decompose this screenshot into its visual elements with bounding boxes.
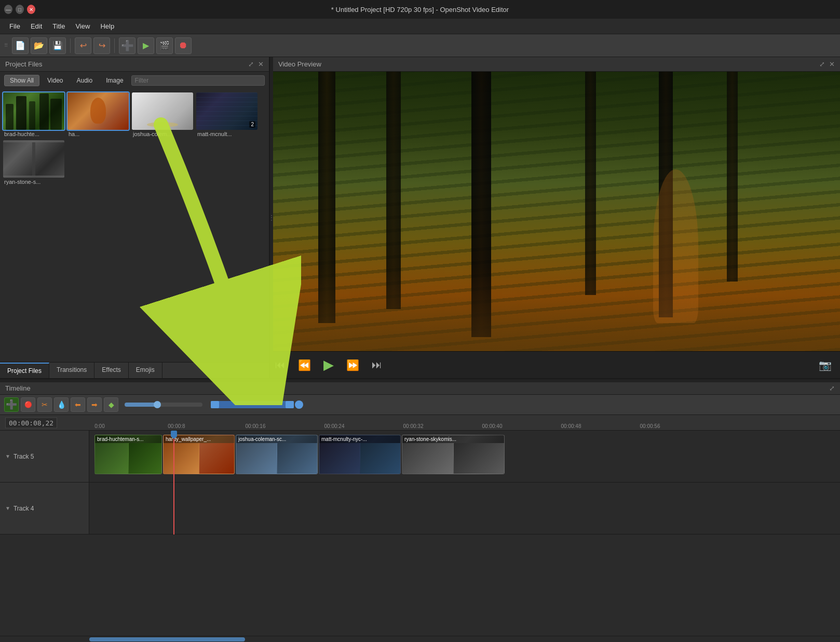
media-label-matt: matt-mcnult... [196,130,258,137]
hscroll-thumb[interactable] [89,637,245,641]
timeline-section: Timeline ⤢ ➕ 🔴 ✂ 💧 ⬅ ➡ ◆ [0,382,840,642]
clip-brad[interactable]: brad-huchteman-s... [94,435,162,474]
rewind-button[interactable]: ⏪ [296,358,313,372]
filter-tab-showall[interactable]: Show All [4,75,39,86]
clip-ryan-thumb [402,443,504,474]
track-row-5: ▼ Track 5 brad-huchteman-s... [0,431,840,483]
track-chevron-4[interactable]: ▼ [5,505,10,511]
screenshot-button[interactable]: 📷 [817,358,834,372]
ruler-mark-1: 00:00:8 [168,423,185,429]
filter-tab-image[interactable]: Image [100,75,129,86]
track-content-5[interactable]: brad-huchteman-s... hardy_wallpaper_... [89,431,840,482]
matt-badge: 2 [249,121,255,128]
redo-button[interactable]: ↪ [93,37,110,54]
media-label-brad: brad-huchte... [3,130,64,137]
ruler-mark-0: 0:00 [94,423,104,429]
snap-right-button[interactable]: ➡ [87,397,102,412]
center-button[interactable]: ◆ [104,397,118,412]
menu-file[interactable]: File [4,20,25,32]
timeline-ruler: 00:00:08,22 0:00 00:00:8 00:00:16 00:00:… [0,415,840,431]
menu-title[interactable]: Title [47,20,70,32]
filter-tab-audio[interactable]: Audio [71,75,99,86]
clip-hardy[interactable]: hardy_wallpaper_... [163,435,235,474]
close-button[interactable]: ✕ [27,5,35,14]
open-project-button[interactable]: 📂 [31,37,47,54]
tab-project-files[interactable]: Project Files [0,363,49,378]
ruler-mark-2: 00:00:16 [246,423,266,429]
track-name-4: Track 4 [13,505,34,512]
clip-matt[interactable]: matt-mcnulty-nyc-... [319,435,401,474]
fast-forward-button[interactable]: ⏩ [344,358,361,372]
track-chevron-5[interactable]: ▼ [5,453,10,459]
menu-help[interactable]: Help [95,20,119,32]
track-content-4[interactable] [89,483,840,534]
close-panel-icon[interactable]: ✕ [258,60,264,68]
project-files-header-icons: ⤢ ✕ [248,60,264,68]
filter-tab-video[interactable]: Video [42,75,69,86]
filter-input[interactable] [131,75,265,86]
play-button[interactable]: ▶ [321,356,336,374]
preview-button[interactable]: ▶ [138,37,154,54]
scissors-button[interactable]: ✂ [37,397,52,412]
tracks-area: ▼ Track 5 brad-huchteman-s... [0,431,840,636]
project-bottom-tabs: Project Files Transitions Effects Emojis [0,362,269,378]
close-video-icon[interactable]: ✕ [829,60,835,68]
save-project-button[interactable]: 💾 [49,37,66,54]
title-bar: — □ ✕ * Untitled Project [HD 720p 30 fps… [0,0,840,19]
add-track-toolbar-button[interactable]: ➕ [119,37,136,54]
menu-edit[interactable]: Edit [25,20,47,32]
tab-transitions[interactable]: Transitions [49,363,94,378]
track-name-5: Track 5 [13,453,34,460]
clip-joshua[interactable]: joshua-coleman-sc... [236,435,318,474]
ruler-mark-7: 00:00:56 [640,423,660,429]
clip-ryan-title: ryan-stone-skykomis... [402,435,504,443]
export-button[interactable]: 🎬 [156,37,173,54]
skip-end-button[interactable]: ⏭ [370,358,384,372]
window-title: * Untitled Project [HD 720p 30 fps] - Op… [35,6,805,14]
add-track-timeline-button[interactable]: ➕ [4,397,19,412]
minimize-button[interactable]: — [4,5,12,14]
media-label-ryan: ryan-stone-s... [3,178,64,185]
ruler-mark-6: 00:00:48 [561,423,581,429]
expand-video-icon[interactable]: ⤢ [819,60,825,68]
timecode-display: 00:00:08,22 [5,417,57,428]
media-item-ryan[interactable]: ryan-stone-s... [3,140,64,185]
timeline-fullscreen-icon[interactable]: ⤢ [829,384,835,392]
media-item-hardy[interactable]: ha... [67,92,129,137]
new-project-button[interactable]: 📄 [12,37,29,54]
tab-effects[interactable]: Effects [94,363,128,378]
maximize-button[interactable]: □ [16,5,24,14]
snap-left-button[interactable]: ⬅ [71,397,85,412]
clip-brad-title: brad-huchteman-s... [95,435,161,443]
undo-button[interactable]: ↩ [75,37,91,54]
track-label-5: ▼ Track 5 [0,431,89,482]
timeline-toolbar: ➕ 🔴 ✂ 💧 ⬅ ➡ ◆ [0,395,840,415]
top-panels: Project Files ⤢ ✕ Show All Video Audio I… [0,57,840,379]
zoom-slider[interactable] [125,403,202,407]
video-preview-title: Video Preview [278,60,321,68]
razor-button[interactable]: 💧 [54,397,69,412]
video-preview-panel: Video Preview ⤢ ✕ [273,57,840,378]
clip-hardy-title: hardy_wallpaper_... [164,435,234,443]
zoom-area [125,403,202,407]
timeline-title: Timeline [5,384,31,392]
video-canvas [273,72,840,351]
timeline-hscroll[interactable] [0,636,840,642]
expand-icon[interactable]: ⤢ [248,60,254,68]
clip-brad-thumb [95,443,161,474]
media-item-joshua[interactable]: joshua-colem... [132,92,193,137]
main-toolbar: ⠿ 📄 📂 💾 ↩ ↪ ➕ ▶ 🎬 ⏺ [0,34,840,57]
media-item-matt[interactable]: 2 matt-mcnult... [196,92,258,137]
tab-emojis[interactable]: Emojis [129,363,162,378]
ruler-mark-5: 00:00:40 [482,423,503,429]
track-label-4: ▼ Track 4 [0,483,89,534]
media-item-brad[interactable]: brad-huchte... [3,92,64,137]
clip-ryan[interactable]: ryan-stone-skykomis... [402,435,505,474]
menu-view[interactable]: View [70,20,95,32]
magnet-button[interactable]: 🔴 [21,397,35,412]
video-preview-header: Video Preview ⤢ ✕ [273,57,840,72]
skip-start-button[interactable]: ⏮ [273,358,288,372]
video-controls: ⏮ ⏪ ▶ ⏩ ⏭ 📷 [273,351,840,378]
ruler-mark-4: 00:00:32 [403,423,424,429]
record-button[interactable]: ⏺ [175,37,192,54]
